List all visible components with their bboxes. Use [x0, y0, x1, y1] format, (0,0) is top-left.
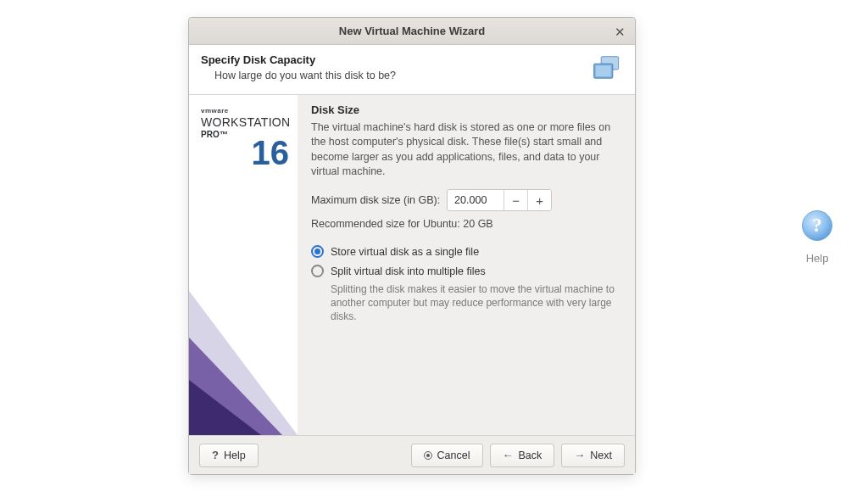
- window-title: New Virtual Machine Wizard: [339, 25, 485, 37]
- max-size-row: Maximum disk size (in GB): − +: [311, 189, 623, 211]
- wizard-footer: ? Help Cancel ← Back → Next: [189, 435, 635, 474]
- decrement-button[interactable]: −: [504, 190, 527, 210]
- max-size-label: Maximum disk size (in GB):: [311, 194, 440, 206]
- split-description: Splitting the disk makes it easier to mo…: [311, 282, 623, 324]
- help-button[interactable]: ? Help: [199, 444, 259, 467]
- sidebar: vmware WORKSTATION PRO™ 16: [189, 95, 298, 435]
- svg-text:?: ?: [812, 215, 821, 236]
- desktop: ? Help New Virtual Machine Wizard ✕ Spec…: [0, 0, 868, 497]
- radio-label: Split virtual disk into multiple files: [331, 265, 486, 277]
- next-button[interactable]: → Next: [561, 444, 625, 467]
- brand-version: 16: [189, 136, 298, 170]
- wizard-body: vmware WORKSTATION PRO™ 16 Disk Size The…: [189, 95, 635, 435]
- titlebar[interactable]: New Virtual Machine Wizard ✕: [189, 18, 635, 45]
- arrow-left-icon: ←: [503, 450, 514, 461]
- button-label: Cancel: [437, 450, 470, 461]
- help-icon: ?: [799, 208, 835, 243]
- cancel-icon: [424, 451, 432, 460]
- svg-rect-4: [596, 65, 611, 76]
- increment-button[interactable]: +: [527, 190, 551, 210]
- page-title: Specify Disk Capacity: [201, 53, 396, 66]
- question-icon: ?: [212, 450, 219, 461]
- max-size-spinner: − +: [447, 189, 552, 211]
- section-description: The virtual machine's hard disk is store…: [311, 120, 623, 179]
- screens-icon: [591, 55, 623, 84]
- wizard-window: New Virtual Machine Wizard ✕ Specify Dis…: [188, 17, 636, 475]
- desktop-help-label: Help: [792, 252, 843, 265]
- radio-label: Store virtual disk as a single file: [331, 246, 479, 258]
- back-button[interactable]: ← Back: [490, 444, 555, 467]
- radio-split-files[interactable]: Split virtual disk into multiple files: [311, 265, 623, 277]
- wizard-content: Disk Size The virtual machine's hard dis…: [298, 95, 635, 435]
- disk-allocation-group: Store virtual disk as a single file Spli…: [311, 245, 623, 324]
- section-title: Disk Size: [311, 103, 623, 116]
- wizard-header: Specify Disk Capacity How large do you w…: [189, 45, 635, 95]
- radio-single-file[interactable]: Store virtual disk as a single file: [311, 245, 623, 258]
- minus-icon: −: [512, 193, 520, 208]
- page-subtitle: How large do you want this disk to be?: [201, 70, 396, 81]
- cancel-button[interactable]: Cancel: [411, 444, 483, 467]
- button-label: Help: [224, 450, 246, 461]
- plus-icon: +: [536, 193, 543, 208]
- button-label: Back: [519, 450, 542, 461]
- recommended-size: Recommended size for Ubuntu: 20 GB: [311, 218, 623, 230]
- button-label: Next: [590, 450, 612, 461]
- desktop-help-shortcut[interactable]: ? Help: [792, 208, 843, 265]
- product-brand: vmware WORKSTATION PRO™: [189, 95, 298, 139]
- max-size-input[interactable]: [448, 190, 504, 210]
- arrow-right-icon: →: [574, 450, 585, 461]
- close-icon[interactable]: ✕: [611, 23, 628, 40]
- sidebar-art: [189, 215, 298, 435]
- brand-product: WORKSTATION: [201, 115, 298, 129]
- brand-vendor: vmware: [201, 107, 298, 114]
- radio-icon: [311, 245, 324, 258]
- radio-icon: [311, 265, 324, 277]
